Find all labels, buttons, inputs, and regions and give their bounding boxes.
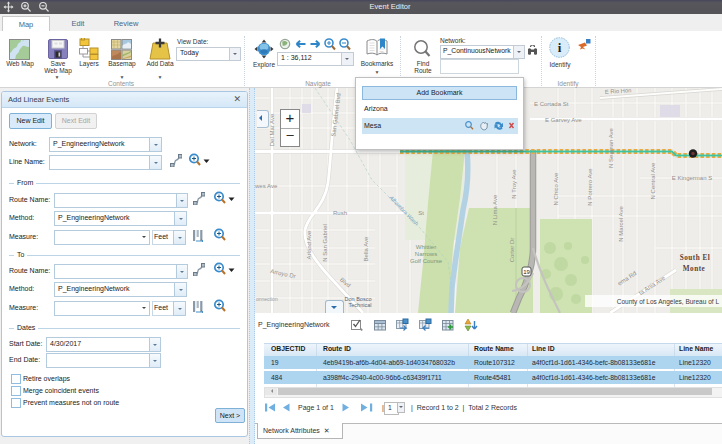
svg-text:Del Mar Ave: Del Mar Ave [269, 113, 275, 146]
svg-text:Monte: Monte [683, 265, 705, 273]
svg-text:E Garvey Ave: E Garvey Ave [545, 117, 582, 123]
svg-text:E Cortada St: E Cortada St [534, 101, 569, 107]
svg-text:County of Los Angeles, Bureau: County of Los Angeles, Bureau of L [617, 298, 720, 306]
svg-text:N Troy Ave: N Troy Ave [511, 169, 517, 199]
svg-text:Rush: Rush [333, 210, 347, 216]
svg-text:onnection: onnection [256, 296, 278, 302]
svg-text:wes Ave: wes Ave [255, 183, 278, 189]
svg-text:N Marcel Ave: N Marcel Ave [618, 206, 624, 242]
svg-text:Narrows: Narrows [415, 251, 437, 257]
svg-text:N Lima Ave: N Lima Ave [492, 194, 498, 225]
svg-text:Corter Dr: Corter Dr [509, 238, 515, 263]
svg-text:N San Gabriel: N San Gabriel [322, 224, 328, 262]
svg-text:Technical: Technical [349, 302, 372, 308]
svg-text:Whittier: Whittier [416, 244, 436, 250]
svg-text:N Potrero Ave: N Potrero Ave [587, 168, 593, 206]
svg-text:i: i [558, 40, 562, 55]
svg-text:Page 1 of 1: Page 1 of 1 [298, 404, 334, 412]
svg-text:19: 19 [523, 269, 530, 275]
svg-text:Golf Course: Golf Course [410, 258, 443, 264]
svg-text:St: St [418, 210, 424, 216]
svg-text:N Central Ave: N Central Ave [650, 162, 656, 200]
svg-text:Arland Ave: Arland Ave [306, 230, 312, 260]
svg-text:E Kingerman S: E Kingerman S [672, 175, 712, 181]
svg-text:Bella Ave: Bella Ave [363, 236, 369, 262]
svg-text:South El: South El [680, 254, 711, 262]
svg-text:N Chico Ave: N Chico Ave [553, 172, 559, 206]
svg-text:N Seaman Ave: N Seaman Ave [608, 127, 614, 168]
